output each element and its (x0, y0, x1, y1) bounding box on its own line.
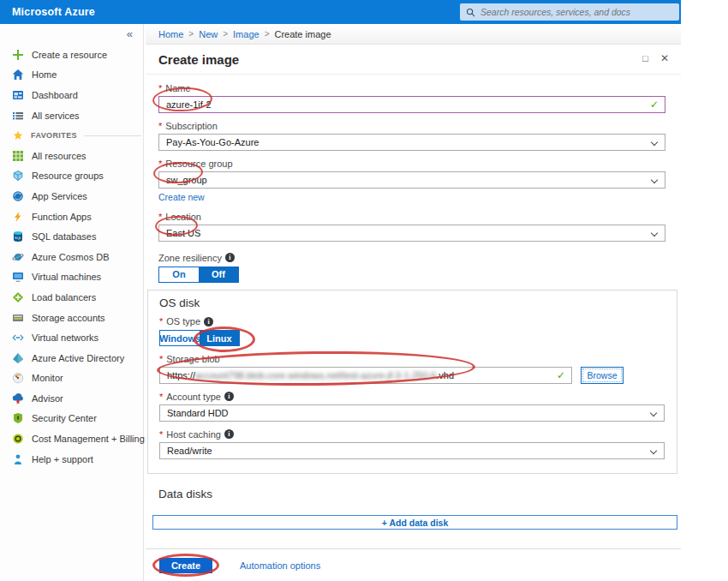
subscription-label: * Subscription (158, 120, 665, 131)
svg-text:SQL: SQL (14, 236, 21, 240)
host-caching-select[interactable]: Read/write (159, 442, 665, 459)
add-data-disk-button[interactable]: + Add data disk (152, 515, 677, 530)
zone-resiliency-off-option[interactable]: Off (199, 267, 238, 282)
aad-icon (11, 351, 24, 364)
info-icon[interactable]: i (204, 317, 213, 326)
account-type-value: Standard HDD (167, 408, 229, 418)
planet-icon (11, 250, 24, 263)
os-type-field-group: * OS type i Windows Linux (159, 316, 665, 347)
create-button-wrap: Create (159, 557, 212, 573)
cube-icon (11, 170, 24, 183)
resource-group-field-group: * Resource group sw_group Create new (158, 158, 665, 204)
sidebar-item-dashboard[interactable]: Dashboard (0, 85, 143, 105)
maximize-icon[interactable]: □ (642, 52, 648, 64)
account-type-label: * Account type i (159, 391, 665, 402)
sidebar-item-home[interactable]: Home (0, 65, 143, 86)
account-type-select[interactable]: Standard HDD (159, 404, 665, 422)
name-field-group: * Name azure-1if-2 ✓ (158, 82, 665, 113)
os-type-linux-option[interactable]: Linux (200, 331, 239, 345)
create-new-link[interactable]: Create new (158, 192, 205, 202)
azure-portal: Microsoft Azure « Create a resource Home… (0, 0, 728, 581)
breadcrumb-image[interactable]: Image (233, 29, 260, 39)
sidebar-item-monitor[interactable]: Monitor (0, 368, 143, 389)
sidebar-item-cost-management[interactable]: Cost Management + Billing (0, 428, 143, 449)
automation-options-link[interactable]: Automation options (240, 560, 320, 571)
global-search[interactable] (460, 3, 679, 21)
sidebar-item-all-services[interactable]: All services (0, 105, 143, 126)
sidebar-item-create-a-resource[interactable]: Create a resource (0, 45, 143, 65)
home-icon (11, 69, 24, 81)
zone-resiliency-on-option[interactable]: On (159, 267, 199, 282)
sidebar-item-load-balancers[interactable]: Load balancers (0, 287, 143, 308)
os-disk-section: OS disk * OS type i Windows Linux (147, 290, 677, 475)
search-input[interactable] (480, 7, 673, 17)
cost-icon (11, 433, 24, 446)
lightning-icon (11, 210, 24, 223)
sidebar-collapse-icon[interactable]: « (127, 27, 133, 40)
brand-title: Microsoft Azure (12, 0, 95, 24)
breadcrumb-home[interactable]: Home (158, 29, 183, 39)
chevron-down-icon (651, 139, 658, 146)
network-icon (11, 332, 24, 344)
storage-icon (11, 311, 24, 324)
sidebar-item-virtual-networks[interactable]: Virtual networks (0, 327, 143, 348)
info-icon[interactable]: i (225, 253, 235, 262)
sidebar-item-azure-cosmos-db[interactable]: Azure Cosmos DB (0, 247, 143, 267)
valid-check-icon: ✓ (650, 99, 659, 111)
sidebar-item-function-apps[interactable]: Function Apps (0, 207, 143, 227)
os-type-windows-option[interactable]: Windows (160, 331, 200, 345)
storage-blob-row: https:// account798.blob.core.windows.ne… (159, 367, 665, 384)
resource-group-value: sw_group (166, 175, 207, 185)
account-type-field-group: * Account type i Standard HDD (159, 391, 665, 422)
subscription-select[interactable]: Pay-As-You-Go-Azure (158, 134, 665, 151)
sidebar-item-resource-groups[interactable]: Resource groups (0, 166, 143, 187)
resource-group-select[interactable]: sw_group (158, 171, 665, 189)
blade-footer: Create Automation options (146, 548, 681, 581)
app-services-icon (11, 189, 24, 202)
name-value: azure-1if-2 (166, 99, 212, 110)
os-type-toggle: Windows Linux (159, 330, 240, 346)
required-asterisk: * (159, 316, 163, 326)
location-select[interactable]: East US (158, 225, 665, 242)
sidebar-nav: Create a resource Home Dashboard All ser… (0, 45, 143, 469)
required-asterisk: * (158, 121, 162, 131)
sidebar-item-sql-databases[interactable]: SQL SQL databases (0, 226, 143, 247)
create-image-form: * Name azure-1if-2 ✓ * Subscription Pay-… (158, 75, 665, 530)
host-caching-field-group: * Host caching i Read/write (159, 428, 665, 459)
sidebar: « Create a resource Home Dashboard All s… (0, 24, 144, 581)
info-icon[interactable]: i (224, 429, 234, 439)
sidebar-item-advisor[interactable]: Advisor (0, 388, 143, 409)
sidebar-item-azure-active-directory[interactable]: Azure Active Directory (0, 348, 143, 368)
sidebar-item-all-resources[interactable]: All resources (0, 146, 143, 166)
sidebar-item-help-support[interactable]: Help + support (0, 449, 143, 470)
host-caching-label: * Host caching i (159, 428, 665, 440)
required-asterisk: * (159, 429, 163, 440)
create-button[interactable]: Create (159, 558, 212, 573)
required-asterisk: * (158, 212, 162, 222)
gauge-icon (11, 372, 24, 385)
star-icon (11, 130, 24, 141)
close-icon[interactable]: ✕ (660, 52, 669, 64)
sidebar-item-security-center[interactable]: Security Center (0, 409, 143, 429)
name-input[interactable]: azure-1if-2 ✓ (158, 96, 665, 113)
database-icon: SQL (11, 231, 24, 243)
help-icon (11, 452, 24, 465)
load-balancer-icon (11, 290, 24, 303)
info-icon[interactable]: i (224, 392, 234, 401)
search-icon (466, 8, 475, 17)
sidebar-item-app-services[interactable]: App Services (0, 186, 143, 207)
storage-blob-input[interactable]: https:// account798.blob.core.windows.ne… (159, 367, 572, 384)
breadcrumb: Home > New > Image > Create image (146, 24, 681, 45)
breadcrumb-separator: > (265, 29, 270, 39)
sidebar-item-storage-accounts[interactable]: Storage accounts (0, 308, 143, 328)
sidebar-item-virtual-machines[interactable]: Virtual machines (0, 267, 143, 288)
dashboard-icon (11, 88, 24, 101)
zone-resiliency-label: Zone resiliency i (158, 252, 665, 263)
breadcrumb-new[interactable]: New (199, 29, 218, 39)
chevron-down-icon (650, 410, 657, 416)
storage-blob-redacted: account798.blob.core.windows.net/test-az… (195, 370, 436, 380)
browse-button[interactable]: Browse (581, 367, 624, 384)
required-asterisk: * (158, 159, 162, 169)
grid-icon (11, 149, 24, 162)
list-icon (11, 109, 24, 122)
